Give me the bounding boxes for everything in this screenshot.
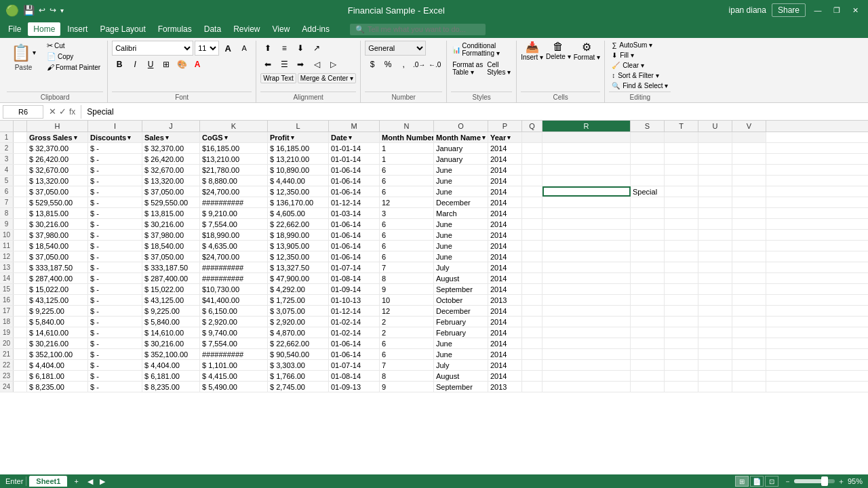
cell-cogs[interactable]: $ 4,635.00 — [200, 241, 268, 251]
cell-col-v[interactable] — [732, 219, 766, 229]
fill-button[interactable]: ⬇Fill ▾ — [609, 51, 671, 60]
cell-col-r[interactable] — [542, 165, 631, 175]
bold-button[interactable]: B — [112, 57, 127, 72]
cell-profit[interactable]: $ 13,210.00 — [268, 154, 329, 164]
cell-month-name[interactable]: June — [434, 219, 488, 229]
col-header-q[interactable]: Q — [522, 121, 542, 131]
cell-date[interactable]: 01-06-14 — [329, 176, 380, 186]
cell-discounts[interactable]: $ - — [88, 219, 142, 229]
cell-year[interactable]: 2014 — [488, 371, 522, 381]
decimal-decrease-button[interactable]: ←.0 — [427, 57, 442, 72]
cell-month-number[interactable]: 6 — [380, 338, 434, 348]
paste-button[interactable]: 📋 ▾ — [7, 42, 40, 64]
cell-sales[interactable]: $ 287,400.00 — [142, 273, 200, 283]
cell-sales[interactable]: $ 5,840.00 — [142, 317, 200, 327]
row-number[interactable]: 9 — [0, 219, 14, 229]
cell-col-v[interactable] — [732, 132, 766, 142]
cell-cogs[interactable]: $41,400.00 — [200, 295, 268, 305]
cell-col-t[interactable] — [665, 208, 698, 218]
cell-col-q[interactable] — [522, 143, 542, 153]
cell-year[interactable]: 2014 — [488, 176, 522, 186]
cell-discounts[interactable]: $ - — [88, 371, 142, 381]
share-button[interactable]: Share — [772, 3, 806, 17]
cell-profit[interactable]: $ 2,745.00 — [268, 382, 329, 392]
cell-col-t[interactable] — [665, 143, 698, 153]
cell-gross-sales[interactable]: $ 352,100.00 — [27, 349, 88, 359]
cell-gross-sales[interactable]: $ 37,050.00 — [27, 251, 88, 262]
cell-col-t[interactable] — [665, 154, 698, 164]
cell-month-number[interactable]: 1 — [380, 154, 434, 164]
cell-col-t[interactable] — [665, 251, 698, 262]
cell-month-number[interactable]: Month Number▾ — [380, 132, 434, 142]
cell-profit[interactable]: $ 12,350.00 — [268, 186, 329, 197]
cell-cogs[interactable]: $21,780.00 — [200, 165, 268, 175]
cell-col-s[interactable] — [631, 197, 665, 207]
cell-discounts[interactable]: $ - — [88, 295, 142, 305]
quick-access-save[interactable]: 💾 — [23, 5, 35, 16]
cell-cogs[interactable]: $ 8,880.00 — [200, 176, 268, 186]
cell-year[interactable]: 2014 — [488, 284, 522, 294]
cell-sales[interactable]: $ 37,050.00 — [142, 251, 200, 262]
cell-col-s[interactable] — [631, 371, 665, 381]
cell-col-q[interactable] — [522, 230, 542, 240]
cell-date[interactable]: 01-01-14 — [329, 143, 380, 153]
cell-month-name[interactable]: June — [434, 241, 488, 251]
cell-profit[interactable]: $ 4,605.00 — [268, 208, 329, 218]
cell-col-u[interactable] — [698, 230, 732, 240]
cell-month-name[interactable]: Month Name▾ — [434, 132, 488, 142]
cell-col-s[interactable]: Special — [631, 186, 665, 197]
cell-profit[interactable]: $ 13,905.00 — [268, 241, 329, 251]
border-button[interactable]: ⊞ — [159, 57, 174, 72]
cell-gross-sales[interactable]: $ 6,181.00 — [27, 371, 88, 381]
cell-discounts[interactable]: Discounts▾ — [88, 132, 142, 142]
row-number[interactable]: 22 — [0, 360, 14, 370]
cell-gross-sales[interactable]: $ 9,225.00 — [27, 306, 88, 316]
cell-col-t[interactable] — [665, 186, 698, 197]
cell-col-u[interactable] — [698, 273, 732, 283]
cell-cogs[interactable]: $18,990.00 — [200, 230, 268, 240]
row-number[interactable]: 14 — [0, 273, 14, 283]
cell-col-u[interactable] — [698, 176, 732, 186]
user-name[interactable]: ipan diana — [729, 5, 766, 15]
cell-col-q[interactable] — [522, 154, 542, 164]
cell-col-v[interactable] — [732, 349, 766, 359]
cell-col-u[interactable] — [698, 371, 732, 381]
cell-date[interactable]: 01-06-14 — [329, 241, 380, 251]
find-select-button[interactable]: 🔍Find & Select ▾ — [609, 81, 671, 90]
cell-date[interactable]: 01-09-13 — [329, 382, 380, 392]
menu-insert[interactable]: Insert — [62, 22, 93, 36]
cell-reference-input[interactable] — [3, 105, 43, 119]
cell-sales[interactable]: $ 43,125.00 — [142, 295, 200, 305]
filter-icon[interactable]: ▾ — [127, 134, 131, 141]
cell-discounts[interactable]: $ - — [88, 197, 142, 207]
fill-color-button[interactable]: 🎨 — [174, 57, 189, 72]
currency-button[interactable]: $ — [365, 57, 380, 72]
cell-month-number[interactable]: 8 — [380, 273, 434, 283]
cell-discounts[interactable]: $ - — [88, 165, 142, 175]
cell-col-t[interactable] — [665, 262, 698, 272]
row-number[interactable]: 23 — [0, 371, 14, 381]
cell-col-s[interactable] — [631, 241, 665, 251]
merge-center-button[interactable]: Merge & Center ▾ — [298, 73, 356, 83]
cell-date[interactable]: 01-07-14 — [329, 262, 380, 272]
format-button[interactable]: Format ▾ — [574, 54, 600, 61]
row-number[interactable]: 10 — [0, 230, 14, 240]
cell-col-u[interactable] — [698, 360, 732, 370]
row-number[interactable]: 4 — [0, 165, 14, 175]
cell-col-v[interactable] — [732, 317, 766, 327]
cell-col-v[interactable] — [732, 262, 766, 272]
row-number[interactable]: 11 — [0, 241, 14, 251]
cell-sales[interactable]: $ 14,610.00 — [142, 327, 200, 338]
cell-col-u[interactable] — [698, 251, 732, 262]
cell-col-s[interactable] — [631, 295, 665, 305]
cell-col-q[interactable] — [522, 360, 542, 370]
cell-gross-sales[interactable]: $ 4,404.00 — [27, 360, 88, 370]
cell-col-t[interactable] — [665, 349, 698, 359]
cell-col-q[interactable] — [522, 208, 542, 218]
menu-formulas[interactable]: Formulas — [153, 22, 197, 36]
cell-col-v[interactable] — [732, 197, 766, 207]
cell-sales[interactable]: $ 13,320.00 — [142, 176, 200, 186]
cell-profit[interactable]: $ 90,540.00 — [268, 349, 329, 359]
cell-month-number[interactable]: 6 — [380, 241, 434, 251]
align-center-button[interactable]: ☰ — [277, 57, 292, 72]
